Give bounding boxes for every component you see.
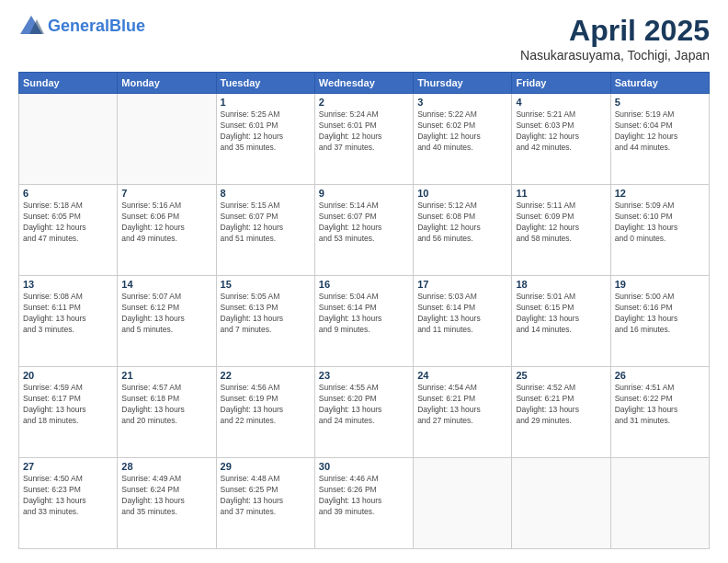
calendar-cell: 17Sunrise: 5:03 AM Sunset: 6:14 PM Dayli… (414, 276, 512, 367)
calendar-cell: 2Sunrise: 5:24 AM Sunset: 6:01 PM Daylig… (314, 94, 413, 185)
calendar-week-row: 1Sunrise: 5:25 AM Sunset: 6:01 PM Daylig… (19, 94, 710, 185)
day-number: 6 (23, 188, 113, 199)
day-info: Sunrise: 4:46 AM Sunset: 6:26 PM Dayligh… (319, 474, 409, 518)
calendar-cell: 11Sunrise: 5:11 AM Sunset: 6:09 PM Dayli… (512, 185, 610, 276)
weekday-header: Sunday (19, 73, 118, 94)
calendar-cell: 7Sunrise: 5:16 AM Sunset: 6:06 PM Daylig… (118, 185, 216, 276)
day-number: 4 (516, 97, 606, 108)
weekday-header: Monday (118, 73, 216, 94)
weekday-header: Tuesday (216, 73, 314, 94)
weekday-header: Thursday (414, 73, 512, 94)
day-info: Sunrise: 5:09 AM Sunset: 6:10 PM Dayligh… (615, 201, 705, 245)
day-number: 9 (319, 188, 409, 199)
day-number: 21 (121, 370, 211, 381)
calendar-cell (19, 94, 118, 185)
calendar-cell: 27Sunrise: 4:50 AM Sunset: 6:23 PM Dayli… (19, 458, 118, 549)
day-number: 12 (615, 188, 705, 199)
day-number: 8 (221, 188, 311, 199)
day-info: Sunrise: 4:50 AM Sunset: 6:23 PM Dayligh… (23, 474, 113, 518)
day-number: 20 (23, 370, 113, 381)
calendar-cell: 1Sunrise: 5:25 AM Sunset: 6:01 PM Daylig… (216, 94, 314, 185)
calendar-cell: 19Sunrise: 5:00 AM Sunset: 6:16 PM Dayli… (610, 276, 709, 367)
calendar-cell: 21Sunrise: 4:57 AM Sunset: 6:18 PM Dayli… (118, 367, 216, 458)
calendar-table: SundayMondayTuesdayWednesdayThursdayFrid… (18, 72, 710, 549)
day-number: 19 (615, 279, 705, 290)
day-number: 29 (221, 461, 311, 472)
day-info: Sunrise: 5:07 AM Sunset: 6:12 PM Dayligh… (121, 292, 211, 336)
calendar-cell (610, 458, 709, 549)
day-info: Sunrise: 5:12 AM Sunset: 6:08 PM Dayligh… (417, 201, 507, 245)
month-title: April 2025 (520, 14, 710, 48)
day-number: 17 (417, 279, 507, 290)
calendar-cell (118, 94, 216, 185)
day-number: 15 (221, 279, 311, 290)
day-number: 11 (516, 188, 606, 199)
day-info: Sunrise: 4:49 AM Sunset: 6:24 PM Dayligh… (121, 474, 211, 518)
day-info: Sunrise: 5:11 AM Sunset: 6:09 PM Dayligh… (516, 201, 606, 245)
day-info: Sunrise: 4:59 AM Sunset: 6:17 PM Dayligh… (23, 383, 113, 427)
location-title: Nasukarasuyama, Tochigi, Japan (520, 48, 710, 63)
day-info: Sunrise: 5:19 AM Sunset: 6:04 PM Dayligh… (615, 109, 705, 154)
day-info: Sunrise: 5:01 AM Sunset: 6:15 PM Dayligh… (516, 292, 606, 336)
day-number: 24 (417, 370, 507, 381)
day-number: 30 (319, 461, 409, 472)
day-number: 5 (615, 97, 705, 108)
calendar-cell: 24Sunrise: 4:54 AM Sunset: 6:21 PM Dayli… (414, 367, 512, 458)
day-info: Sunrise: 5:25 AM Sunset: 6:01 PM Dayligh… (221, 109, 311, 154)
day-number: 1 (221, 97, 311, 108)
weekday-header-row: SundayMondayTuesdayWednesdayThursdayFrid… (19, 73, 710, 94)
calendar-week-row: 13Sunrise: 5:08 AM Sunset: 6:11 PM Dayli… (19, 276, 710, 367)
day-info: Sunrise: 5:24 AM Sunset: 6:01 PM Dayligh… (319, 109, 409, 154)
calendar-body: 1Sunrise: 5:25 AM Sunset: 6:01 PM Daylig… (19, 94, 710, 549)
day-info: Sunrise: 5:14 AM Sunset: 6:07 PM Dayligh… (319, 201, 409, 245)
logo: GeneralBlue (18, 14, 145, 40)
calendar-cell: 26Sunrise: 4:51 AM Sunset: 6:22 PM Dayli… (610, 367, 709, 458)
day-number: 22 (221, 370, 311, 381)
day-info: Sunrise: 4:54 AM Sunset: 6:21 PM Dayligh… (417, 383, 507, 427)
day-info: Sunrise: 5:03 AM Sunset: 6:14 PM Dayligh… (417, 292, 507, 336)
calendar-cell: 28Sunrise: 4:49 AM Sunset: 6:24 PM Dayli… (118, 458, 216, 549)
calendar-cell: 12Sunrise: 5:09 AM Sunset: 6:10 PM Dayli… (610, 185, 709, 276)
calendar-cell: 5Sunrise: 5:19 AM Sunset: 6:04 PM Daylig… (610, 94, 709, 185)
logo-text: GeneralBlue (48, 17, 145, 36)
calendar-cell: 30Sunrise: 4:46 AM Sunset: 6:26 PM Dayli… (314, 458, 413, 549)
calendar-cell: 20Sunrise: 4:59 AM Sunset: 6:17 PM Dayli… (19, 367, 118, 458)
day-number: 10 (417, 188, 507, 199)
day-info: Sunrise: 4:56 AM Sunset: 6:19 PM Dayligh… (221, 383, 311, 427)
day-number: 23 (319, 370, 409, 381)
calendar-cell: 15Sunrise: 5:05 AM Sunset: 6:13 PM Dayli… (216, 276, 314, 367)
title-block: April 2025 Nasukarasuyama, Tochigi, Japa… (520, 14, 710, 63)
calendar-cell: 8Sunrise: 5:15 AM Sunset: 6:07 PM Daylig… (216, 185, 314, 276)
calendar-cell: 23Sunrise: 4:55 AM Sunset: 6:20 PM Dayli… (314, 367, 413, 458)
day-info: Sunrise: 5:18 AM Sunset: 6:05 PM Dayligh… (23, 201, 113, 245)
calendar-cell: 14Sunrise: 5:07 AM Sunset: 6:12 PM Dayli… (118, 276, 216, 367)
calendar-cell: 16Sunrise: 5:04 AM Sunset: 6:14 PM Dayli… (314, 276, 413, 367)
weekday-header: Friday (512, 73, 610, 94)
day-number: 14 (121, 279, 211, 290)
page: GeneralBlue April 2025 Nasukarasuyama, T… (0, 0, 728, 563)
calendar-week-row: 27Sunrise: 4:50 AM Sunset: 6:23 PM Dayli… (19, 458, 710, 549)
day-info: Sunrise: 4:48 AM Sunset: 6:25 PM Dayligh… (221, 474, 311, 518)
calendar-cell: 13Sunrise: 5:08 AM Sunset: 6:11 PM Dayli… (19, 276, 118, 367)
day-info: Sunrise: 5:16 AM Sunset: 6:06 PM Dayligh… (121, 201, 211, 245)
calendar-cell: 10Sunrise: 5:12 AM Sunset: 6:08 PM Dayli… (414, 185, 512, 276)
day-info: Sunrise: 5:05 AM Sunset: 6:13 PM Dayligh… (221, 292, 311, 336)
weekday-header: Saturday (610, 73, 709, 94)
calendar-cell (512, 458, 610, 549)
logo-line2: Blue (109, 17, 145, 35)
day-number: 13 (23, 279, 113, 290)
day-number: 18 (516, 279, 606, 290)
weekday-header: Wednesday (314, 73, 413, 94)
calendar-cell: 6Sunrise: 5:18 AM Sunset: 6:05 PM Daylig… (19, 185, 118, 276)
day-info: Sunrise: 5:00 AM Sunset: 6:16 PM Dayligh… (615, 292, 705, 336)
calendar-cell: 9Sunrise: 5:14 AM Sunset: 6:07 PM Daylig… (314, 185, 413, 276)
day-info: Sunrise: 4:52 AM Sunset: 6:21 PM Dayligh… (516, 383, 606, 427)
calendar-week-row: 6Sunrise: 5:18 AM Sunset: 6:05 PM Daylig… (19, 185, 710, 276)
calendar-week-row: 20Sunrise: 4:59 AM Sunset: 6:17 PM Dayli… (19, 367, 710, 458)
logo-line1: General (48, 17, 109, 35)
calendar-cell: 18Sunrise: 5:01 AM Sunset: 6:15 PM Dayli… (512, 276, 610, 367)
day-info: Sunrise: 5:21 AM Sunset: 6:03 PM Dayligh… (516, 109, 606, 154)
day-number: 16 (319, 279, 409, 290)
day-info: Sunrise: 5:08 AM Sunset: 6:11 PM Dayligh… (23, 292, 113, 336)
calendar-cell (414, 458, 512, 549)
